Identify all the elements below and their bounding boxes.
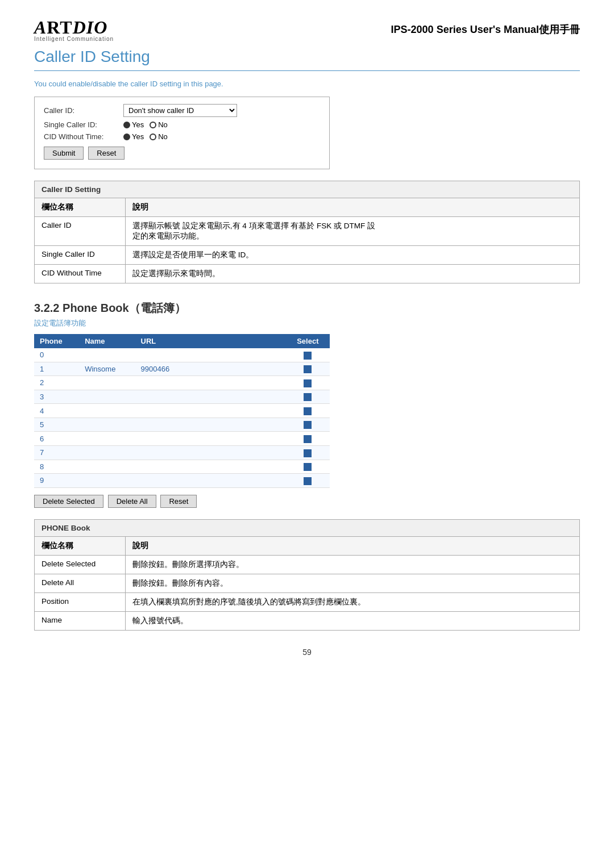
phone-cell: 6: [34, 432, 79, 446]
phone-table-header-row: Phone Name URL Select: [34, 334, 330, 348]
single-caller-id-yes-radio[interactable]: [123, 122, 130, 128]
name-cell: [79, 376, 135, 390]
select-checkbox[interactable]: [304, 352, 312, 360]
single-caller-id-no-item[interactable]: No: [150, 120, 168, 129]
caller-id-form-box: Caller ID: Don't show caller ID Single C…: [34, 97, 330, 169]
cid-without-time-no-label: No: [158, 132, 168, 141]
cid-without-time-row-col2: 設定選擇顯示來電時間。: [126, 265, 580, 283]
name-cell: [79, 474, 135, 488]
table-cell-col2: 說明: [126, 198, 580, 217]
select-checkbox[interactable]: [304, 421, 312, 429]
cid-without-time-yes-item[interactable]: Yes: [123, 132, 144, 141]
caller-id-dropdown[interactable]: Don't show caller ID: [123, 104, 237, 117]
cid-without-time-no-item[interactable]: No: [150, 132, 168, 141]
delete-selected-button[interactable]: Delete Selected: [34, 495, 103, 508]
phone-table-row: 8: [34, 460, 330, 474]
phone-cell: 9: [34, 474, 79, 488]
single-caller-id-no-label: No: [158, 120, 168, 129]
phone-cell: 3: [34, 390, 79, 404]
select-checkbox[interactable]: [304, 435, 312, 443]
table-row: 欄位名稱 說明: [35, 198, 580, 217]
cid-without-time-row-col1: CID Without Time: [35, 265, 126, 283]
caller-id-desc-table: Caller ID Setting 欄位名稱 說明 Caller ID 選擇顯示…: [34, 181, 580, 283]
url-cell: [135, 390, 286, 404]
cid-without-time-control: Yes No: [123, 132, 168, 141]
table-row: Delete All 刪除按鈕。刪除所有內容。: [35, 574, 580, 592]
caller-id-control[interactable]: Don't show caller ID: [123, 104, 237, 117]
table-row: CID Without Time 設定選擇顯示來電時間。: [35, 265, 580, 283]
select-cell[interactable]: [286, 390, 330, 404]
select-cell[interactable]: [286, 348, 330, 362]
phone-book-desc-table: PHONE Book 欄位名稱 說明 Delete Selected 刪除按鈕。…: [34, 519, 580, 631]
single-caller-id-yes-label: Yes: [132, 120, 144, 129]
select-cell[interactable]: [286, 376, 330, 390]
phone-cell: 2: [34, 376, 79, 390]
phone-cell: 8: [34, 460, 79, 474]
phone-book-button-row: Delete Selected Delete All Reset: [34, 495, 580, 508]
select-col-header: Select: [286, 334, 330, 348]
caller-id-row-col1: Caller ID: [35, 217, 126, 246]
name-cell: Winsome: [79, 362, 135, 376]
url-cell: [135, 418, 286, 432]
table-row: Name 輸入撥號代碼。: [35, 611, 580, 630]
name-cell: [79, 390, 135, 404]
phone-table-row: 5: [34, 418, 330, 432]
phone-book-heading: 3.2.2 Phone Book（電話簿）: [34, 301, 580, 316]
phone-table-row: 6: [34, 432, 330, 446]
url-cell: 9900466: [135, 362, 286, 376]
manual-title: IPS-2000 Series User's Manual使用手冊: [391, 23, 580, 36]
phone-reset-button[interactable]: Reset: [160, 495, 197, 508]
select-cell[interactable]: [286, 474, 330, 488]
table-row: Delete Selected 刪除按鈕。刪除所選擇項內容。: [35, 555, 580, 574]
single-caller-id-label: Single Caller ID:: [44, 120, 123, 129]
select-cell[interactable]: [286, 362, 330, 376]
select-checkbox[interactable]: [304, 407, 312, 415]
select-cell[interactable]: [286, 460, 330, 474]
position-desc-col2: 在填入欄裏填寫所對應的序號,隨後填入的號碼將寫到對應欄位裏。: [126, 592, 580, 611]
url-cell: [135, 432, 286, 446]
phone-table-row: 7: [34, 445, 330, 460]
select-cell[interactable]: [286, 418, 330, 432]
name-desc-col1: Name: [35, 611, 126, 630]
select-cell[interactable]: [286, 445, 330, 460]
name-cell: [79, 348, 135, 362]
phone-book-subheading: 設定電話簿功能: [34, 318, 580, 328]
select-checkbox[interactable]: [304, 463, 312, 471]
submit-button[interactable]: Submit: [44, 147, 84, 160]
cid-without-time-yes-radio[interactable]: [123, 133, 130, 140]
caller-id-table-header: Caller ID Setting: [35, 181, 580, 198]
table-cell-col1: 欄位名稱: [35, 198, 126, 217]
cid-without-time-radio-group: Yes No: [123, 132, 168, 141]
phone-table-row: 9: [34, 474, 330, 488]
single-caller-id-no-radio[interactable]: [150, 122, 156, 128]
single-caller-id-row-col1: Single Caller ID: [35, 246, 126, 265]
phone-table-row: 2: [34, 376, 330, 390]
reset-button[interactable]: Reset: [88, 147, 125, 160]
name-cell: [79, 460, 135, 474]
cid-without-time-yes-label: Yes: [132, 132, 144, 141]
name-desc-col2: 輸入撥號代碼。: [126, 611, 580, 630]
select-cell[interactable]: [286, 432, 330, 446]
phone-book-table-header: PHONE Book: [35, 519, 580, 536]
cid-without-time-no-radio[interactable]: [150, 133, 156, 140]
select-checkbox[interactable]: [304, 449, 312, 457]
pb-col2-header: 說明: [126, 536, 580, 555]
url-cell: [135, 404, 286, 418]
phone-cell: 4: [34, 404, 79, 418]
select-checkbox[interactable]: [304, 477, 312, 485]
form-button-row: Submit Reset: [44, 147, 320, 160]
name-cell: [79, 445, 135, 460]
logo-subtitle: Intelligent Communication: [34, 36, 114, 42]
select-checkbox[interactable]: [304, 379, 312, 387]
page-number: 59: [34, 648, 580, 657]
select-checkbox[interactable]: [304, 393, 312, 401]
select-cell[interactable]: [286, 404, 330, 418]
subtitle-text: You could enable/disable the caller ID s…: [34, 80, 580, 88]
single-caller-id-yes-item[interactable]: Yes: [123, 120, 144, 129]
delete-all-button[interactable]: Delete All: [108, 495, 156, 508]
name-cell: [79, 404, 135, 418]
cid-without-time-row: CID Without Time: Yes No: [44, 132, 320, 141]
table-row: 欄位名稱 說明: [35, 536, 580, 555]
select-checkbox[interactable]: [304, 365, 312, 373]
phone-book-table: Phone Name URL Select 0 1 Winsome 990046…: [34, 334, 330, 488]
